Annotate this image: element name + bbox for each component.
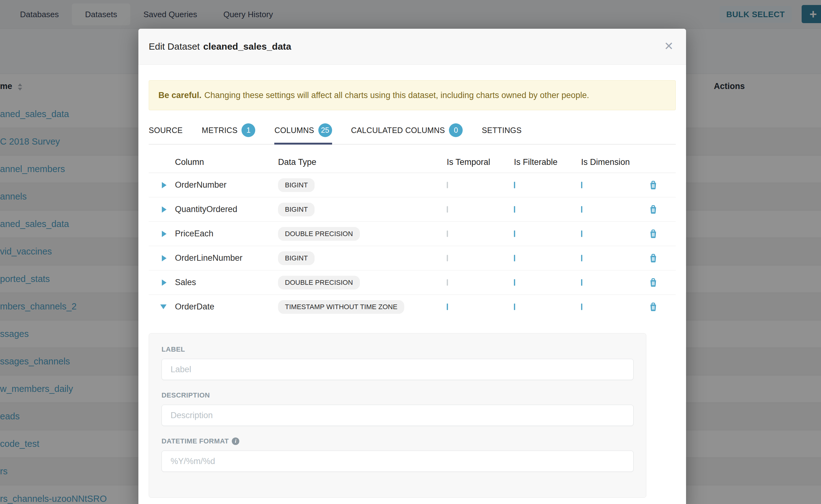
columns-table-rows: OrderNumberBIGINT QuantityOrderedBIGINT … (149, 173, 676, 319)
label-field-label: LABEL (161, 345, 634, 353)
data-type-pill: BIGINT (278, 178, 314, 192)
delete-column-button[interactable] (650, 254, 657, 263)
label-input[interactable] (161, 359, 634, 380)
caret-right-icon[interactable] (162, 206, 166, 213)
is-filterable-checkbox[interactable] (514, 279, 515, 286)
column-name: PriceEach (175, 229, 278, 239)
data-type-pill: DOUBLE PRECISION (278, 227, 360, 241)
caret-right-icon[interactable] (162, 279, 166, 286)
tab-label: METRICS (202, 126, 238, 135)
trash-icon (650, 254, 657, 263)
is-filterable-checkbox[interactable] (514, 230, 515, 237)
caret-right-icon[interactable] (162, 255, 166, 261)
column-detail-panel: LABEL DESCRIPTION DATETIME FORMAT i (149, 333, 646, 498)
column-row-orderdate: OrderDateTIMESTAMP WITHOUT TIME ZONE (149, 294, 676, 319)
caret-down-icon[interactable] (160, 304, 166, 309)
column-name: OrderNumber (175, 180, 278, 190)
warning-text: Changing these settings will affect all … (204, 91, 589, 100)
column-header-is-dimension: Is Dimension (581, 157, 650, 167)
tab-label: COLUMNS (274, 126, 314, 135)
data-type-pill: TIMESTAMP WITHOUT TIME ZONE (278, 300, 404, 314)
column-header-is-filterable: Is Filterable (514, 157, 581, 167)
tab-count-badge: 0 (449, 123, 463, 137)
warning-banner: Be careful. Changing these settings will… (149, 80, 676, 110)
trash-icon (650, 278, 657, 287)
is-filterable-checkbox[interactable] (514, 182, 515, 188)
trash-icon (650, 205, 657, 214)
data-type-pill: BIGINT (278, 251, 314, 265)
description-field-group: DESCRIPTION (161, 391, 634, 426)
caret-right-icon[interactable] (162, 231, 166, 237)
column-row-ordernumber: OrderNumberBIGINT (149, 173, 676, 197)
description-field-label: DESCRIPTION (161, 391, 634, 399)
tab-label: SOURCE (149, 126, 183, 135)
delete-column-button[interactable] (650, 303, 657, 311)
column-name: OrderLineNumber (175, 253, 278, 263)
columns-table-header: Column Data Type Is Temporal Is Filterab… (149, 151, 676, 173)
column-row-priceeach: PriceEachDOUBLE PRECISION (149, 221, 676, 246)
data-type-pill: BIGINT (278, 203, 314, 216)
modal-title-dataset-name: cleaned_sales_data (203, 41, 291, 52)
close-icon[interactable]: ✕ (664, 41, 674, 52)
caret-right-icon[interactable] (162, 182, 166, 188)
delete-column-button[interactable] (650, 230, 657, 238)
modal-title: Edit Datasetcleaned_sales_data (149, 41, 291, 52)
tab-calculated-columns[interactable]: CALCULATED COLUMNS0 (351, 123, 463, 144)
is-dimension-checkbox[interactable] (581, 182, 582, 188)
is-temporal-checkbox[interactable] (447, 182, 448, 188)
warning-bold-text: Be careful. (158, 91, 201, 100)
datetime-format-field-label: DATETIME FORMAT i (161, 437, 634, 445)
column-name: QuantityOrdered (175, 205, 278, 214)
modal-body: Be careful. Changing these settings will… (138, 80, 686, 498)
is-dimension-checkbox[interactable] (581, 255, 582, 261)
is-temporal-checkbox[interactable] (447, 279, 448, 286)
tab-count-badge: 1 (241, 123, 255, 137)
is-temporal-checkbox[interactable] (447, 230, 448, 237)
column-header-data-type: Data Type (278, 157, 447, 167)
datetime-format-field-group: DATETIME FORMAT i (161, 437, 634, 472)
tab-source[interactable]: SOURCE (149, 123, 183, 144)
tab-columns[interactable]: COLUMNS25 (274, 123, 332, 144)
delete-column-button[interactable] (650, 278, 657, 287)
is-temporal-checkbox[interactable] (447, 255, 448, 261)
modal-tabs: SOURCEMETRICS1COLUMNS25CALCULATED COLUMN… (149, 123, 676, 145)
tab-settings[interactable]: SETTINGS (482, 123, 522, 144)
column-row-quantityordered: QuantityOrderedBIGINT (149, 197, 676, 221)
column-name: Sales (175, 278, 278, 287)
trash-icon (650, 181, 657, 190)
column-row-orderlinenumber: OrderLineNumberBIGINT (149, 246, 676, 270)
datetime-format-input[interactable] (161, 451, 634, 472)
tab-metrics[interactable]: METRICS1 (202, 123, 255, 144)
is-temporal-checkbox[interactable] (447, 304, 448, 310)
is-dimension-checkbox[interactable] (581, 206, 582, 213)
is-dimension-checkbox[interactable] (581, 279, 582, 286)
column-header-column: Column (175, 157, 278, 167)
delete-column-button[interactable] (650, 205, 657, 214)
tab-count-badge: 25 (318, 123, 332, 137)
delete-column-button[interactable] (650, 181, 657, 190)
info-icon[interactable]: i (232, 437, 239, 445)
modal-header: Edit Datasetcleaned_sales_data ✕ (138, 29, 686, 65)
modal-title-prefix: Edit Dataset (149, 41, 200, 52)
tab-label: CALCULATED COLUMNS (351, 126, 445, 135)
is-filterable-checkbox[interactable] (514, 255, 515, 261)
is-filterable-checkbox[interactable] (514, 206, 515, 213)
description-input[interactable] (161, 405, 634, 426)
edit-dataset-modal: Edit Datasetcleaned_sales_data ✕ Be care… (138, 29, 686, 504)
trash-icon (650, 230, 657, 238)
label-field-group: LABEL (161, 345, 634, 380)
column-name: OrderDate (175, 302, 278, 312)
column-row-sales: SalesDOUBLE PRECISION (149, 270, 676, 294)
is-dimension-checkbox[interactable] (581, 230, 582, 237)
trash-icon (650, 303, 657, 311)
is-filterable-checkbox[interactable] (514, 304, 515, 310)
data-type-pill: DOUBLE PRECISION (278, 276, 360, 289)
is-dimension-checkbox[interactable] (581, 304, 582, 310)
column-header-is-temporal: Is Temporal (447, 157, 514, 167)
is-temporal-checkbox[interactable] (447, 206, 448, 213)
tab-label: SETTINGS (482, 126, 522, 135)
